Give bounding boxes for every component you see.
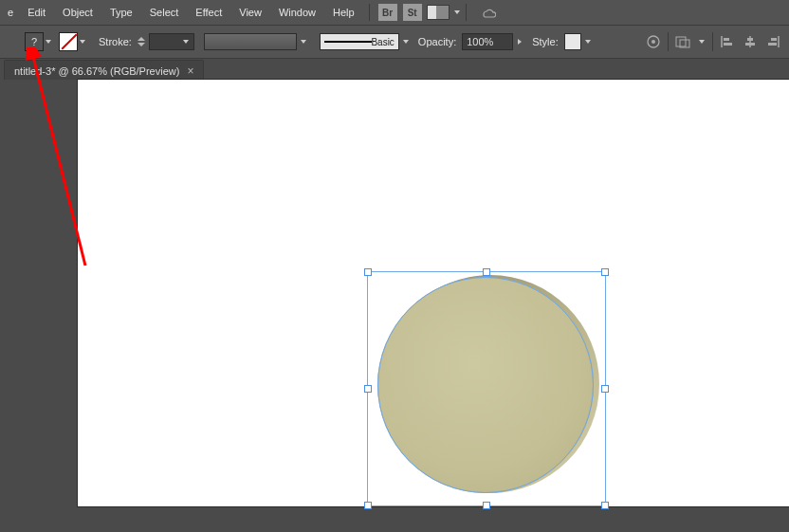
tab-title: ntitled-3* @ 66.67% (RGB/Preview) [14, 65, 179, 77]
stroke-weight-field[interactable] [149, 33, 194, 50]
menu-select[interactable]: Select [141, 3, 188, 22]
resize-handle-bottom-right[interactable] [601, 502, 609, 509]
svg-rect-8 [747, 38, 753, 41]
main-menu-bar: e Edit Object Type Select Effect View Wi… [0, 0, 789, 26]
style-dropdown[interactable] [583, 33, 593, 50]
profile-dropdown[interactable] [299, 33, 308, 50]
menu-file[interactable]: e [4, 3, 19, 22]
chevron-down-icon [181, 33, 191, 50]
resize-handle-bottom-left[interactable] [364, 502, 372, 509]
fill-swatch-group [25, 32, 53, 51]
separator [369, 4, 370, 21]
fill-swatch[interactable] [25, 32, 44, 51]
stock-button[interactable]: St [403, 4, 422, 21]
chevron-down-icon[interactable] [454, 10, 460, 14]
style-label: Style: [532, 36, 559, 47]
svg-point-1 [651, 40, 655, 44]
svg-rect-2 [676, 37, 686, 46]
separator [712, 32, 713, 51]
svg-rect-6 [724, 43, 732, 46]
arrange-documents-button[interactable] [427, 5, 450, 20]
separator [668, 32, 669, 51]
menu-help[interactable]: Help [324, 3, 363, 22]
stroke-label: Stroke: [99, 36, 132, 47]
selection-bounding-box[interactable] [367, 271, 606, 506]
svg-rect-9 [745, 43, 755, 46]
menu-view[interactable]: View [230, 3, 270, 22]
control-bar: Stroke: Basic Opacity: 100% Style: [0, 26, 789, 59]
menu-effect[interactable]: Effect [187, 3, 230, 22]
align-to-button[interactable] [674, 33, 691, 50]
menu-type[interactable]: Type [101, 3, 141, 22]
svg-rect-12 [768, 43, 777, 46]
resize-handle-top-left[interactable] [364, 268, 372, 276]
menu-window[interactable]: Window [270, 3, 324, 22]
opacity-value: 100% [467, 36, 493, 47]
opacity-field[interactable]: 100% [462, 33, 513, 50]
recolor-artwork-icon[interactable] [645, 33, 662, 50]
resize-handle-top-right[interactable] [601, 268, 609, 276]
align-left-icon[interactable] [719, 33, 736, 50]
stroke-swatch-group [59, 32, 87, 51]
stroke-dropdown[interactable] [78, 33, 87, 50]
align-dropdown[interactable] [697, 33, 706, 50]
gpu-performance-icon[interactable] [480, 6, 497, 19]
svg-rect-11 [771, 38, 777, 41]
bridge-button[interactable]: Br [378, 4, 397, 21]
brush-dropdown[interactable] [401, 33, 411, 50]
resize-handle-top-middle[interactable] [483, 268, 490, 276]
close-icon[interactable]: × [187, 64, 193, 78]
stroke-weight-spinner[interactable] [138, 37, 145, 46]
align-right-icon[interactable] [764, 33, 781, 50]
svg-rect-5 [724, 38, 729, 41]
opacity-label: Opacity: [418, 36, 456, 47]
brush-definition[interactable]: Basic [320, 33, 399, 50]
fill-dropdown[interactable] [44, 33, 53, 50]
separator [466, 4, 467, 21]
control-right-group [645, 32, 781, 51]
graphic-style-swatch[interactable] [564, 33, 581, 50]
brush-label: Basic [371, 37, 394, 47]
menu-object[interactable]: Object [54, 3, 101, 22]
align-center-icon[interactable] [742, 33, 759, 50]
opacity-flyout[interactable] [511, 37, 528, 46]
resize-handle-middle-right[interactable] [601, 385, 609, 393]
document-tab-strip: ntitled-3* @ 66.67% (RGB/Preview) × [0, 59, 789, 82]
document-tab[interactable]: ntitled-3* @ 66.67% (RGB/Preview) × [4, 60, 204, 82]
menu-edit[interactable]: Edit [19, 3, 54, 22]
variable-width-profile[interactable] [204, 33, 297, 50]
stroke-swatch[interactable] [59, 32, 78, 51]
resize-handle-middle-left[interactable] [364, 385, 372, 393]
resize-handle-bottom-middle[interactable] [483, 502, 490, 509]
